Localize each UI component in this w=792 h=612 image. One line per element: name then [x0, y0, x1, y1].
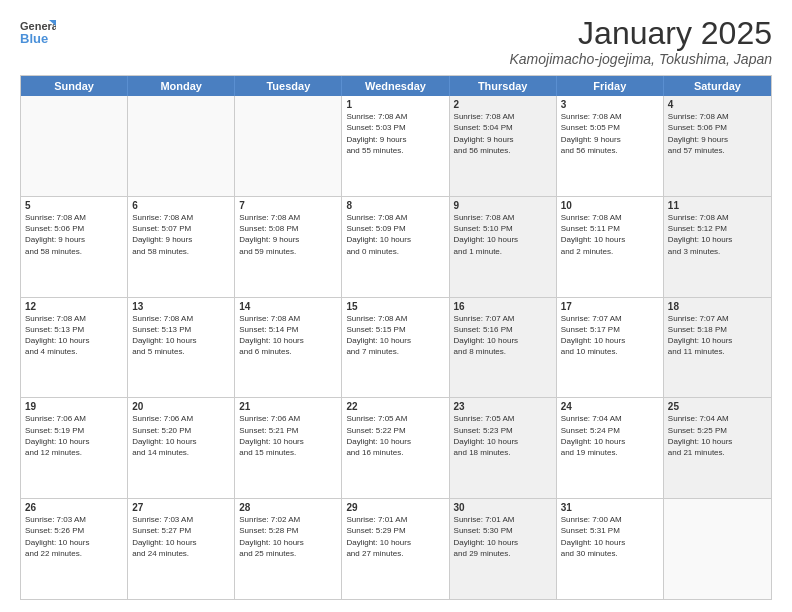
calendar-cell-5: 5Sunrise: 7:08 AM Sunset: 5:06 PM Daylig…	[21, 197, 128, 297]
calendar-cell-7: 7Sunrise: 7:08 AM Sunset: 5:08 PM Daylig…	[235, 197, 342, 297]
day-number: 1	[346, 99, 444, 110]
calendar-cell-empty	[664, 499, 771, 599]
day-number: 15	[346, 301, 444, 312]
calendar-cell-2: 2Sunrise: 7:08 AM Sunset: 5:04 PM Daylig…	[450, 96, 557, 196]
day-info: Sunrise: 7:08 AM Sunset: 5:12 PM Dayligh…	[668, 212, 767, 257]
day-info: Sunrise: 7:08 AM Sunset: 5:07 PM Dayligh…	[132, 212, 230, 257]
calendar-cell-1: 1Sunrise: 7:08 AM Sunset: 5:03 PM Daylig…	[342, 96, 449, 196]
calendar-cell-empty	[21, 96, 128, 196]
weekday-header-wednesday: Wednesday	[342, 76, 449, 96]
title-block: January 2025 Kamojimacho-jogejima, Tokus…	[510, 16, 773, 67]
calendar-cell-22: 22Sunrise: 7:05 AM Sunset: 5:22 PM Dayli…	[342, 398, 449, 498]
calendar-cell-13: 13Sunrise: 7:08 AM Sunset: 5:13 PM Dayli…	[128, 298, 235, 398]
day-number: 10	[561, 200, 659, 211]
day-number: 5	[25, 200, 123, 211]
day-info: Sunrise: 7:05 AM Sunset: 5:22 PM Dayligh…	[346, 413, 444, 458]
calendar-week-4: 19Sunrise: 7:06 AM Sunset: 5:19 PM Dayli…	[21, 398, 771, 499]
day-number: 28	[239, 502, 337, 513]
calendar-body: 1Sunrise: 7:08 AM Sunset: 5:03 PM Daylig…	[21, 96, 771, 599]
day-info: Sunrise: 7:06 AM Sunset: 5:19 PM Dayligh…	[25, 413, 123, 458]
day-info: Sunrise: 7:00 AM Sunset: 5:31 PM Dayligh…	[561, 514, 659, 559]
weekday-header-friday: Friday	[557, 76, 664, 96]
day-info: Sunrise: 7:08 AM Sunset: 5:14 PM Dayligh…	[239, 313, 337, 358]
calendar-cell-10: 10Sunrise: 7:08 AM Sunset: 5:11 PM Dayli…	[557, 197, 664, 297]
day-number: 12	[25, 301, 123, 312]
svg-text:Blue: Blue	[20, 31, 48, 46]
day-number: 11	[668, 200, 767, 211]
calendar-cell-24: 24Sunrise: 7:04 AM Sunset: 5:24 PM Dayli…	[557, 398, 664, 498]
day-info: Sunrise: 7:04 AM Sunset: 5:24 PM Dayligh…	[561, 413, 659, 458]
day-number: 9	[454, 200, 552, 211]
day-info: Sunrise: 7:08 AM Sunset: 5:09 PM Dayligh…	[346, 212, 444, 257]
calendar-cell-8: 8Sunrise: 7:08 AM Sunset: 5:09 PM Daylig…	[342, 197, 449, 297]
logo: General Blue	[20, 16, 56, 52]
calendar-week-1: 1Sunrise: 7:08 AM Sunset: 5:03 PM Daylig…	[21, 96, 771, 197]
day-number: 25	[668, 401, 767, 412]
day-info: Sunrise: 7:01 AM Sunset: 5:30 PM Dayligh…	[454, 514, 552, 559]
calendar-cell-25: 25Sunrise: 7:04 AM Sunset: 5:25 PM Dayli…	[664, 398, 771, 498]
day-info: Sunrise: 7:08 AM Sunset: 5:11 PM Dayligh…	[561, 212, 659, 257]
day-info: Sunrise: 7:07 AM Sunset: 5:16 PM Dayligh…	[454, 313, 552, 358]
day-number: 27	[132, 502, 230, 513]
day-number: 13	[132, 301, 230, 312]
calendar-cell-27: 27Sunrise: 7:03 AM Sunset: 5:27 PM Dayli…	[128, 499, 235, 599]
day-number: 20	[132, 401, 230, 412]
day-number: 6	[132, 200, 230, 211]
calendar-cell-18: 18Sunrise: 7:07 AM Sunset: 5:18 PM Dayli…	[664, 298, 771, 398]
day-info: Sunrise: 7:08 AM Sunset: 5:05 PM Dayligh…	[561, 111, 659, 156]
calendar-cell-4: 4Sunrise: 7:08 AM Sunset: 5:06 PM Daylig…	[664, 96, 771, 196]
day-number: 19	[25, 401, 123, 412]
day-number: 3	[561, 99, 659, 110]
calendar-cell-14: 14Sunrise: 7:08 AM Sunset: 5:14 PM Dayli…	[235, 298, 342, 398]
day-number: 31	[561, 502, 659, 513]
day-number: 30	[454, 502, 552, 513]
weekday-header-tuesday: Tuesday	[235, 76, 342, 96]
calendar-cell-15: 15Sunrise: 7:08 AM Sunset: 5:15 PM Dayli…	[342, 298, 449, 398]
calendar-week-5: 26Sunrise: 7:03 AM Sunset: 5:26 PM Dayli…	[21, 499, 771, 599]
day-number: 26	[25, 502, 123, 513]
calendar-cell-3: 3Sunrise: 7:08 AM Sunset: 5:05 PM Daylig…	[557, 96, 664, 196]
day-info: Sunrise: 7:06 AM Sunset: 5:20 PM Dayligh…	[132, 413, 230, 458]
day-info: Sunrise: 7:07 AM Sunset: 5:18 PM Dayligh…	[668, 313, 767, 358]
calendar-cell-20: 20Sunrise: 7:06 AM Sunset: 5:20 PM Dayli…	[128, 398, 235, 498]
day-info: Sunrise: 7:02 AM Sunset: 5:28 PM Dayligh…	[239, 514, 337, 559]
day-number: 17	[561, 301, 659, 312]
day-info: Sunrise: 7:08 AM Sunset: 5:13 PM Dayligh…	[132, 313, 230, 358]
calendar-header: SundayMondayTuesdayWednesdayThursdayFrid…	[21, 76, 771, 96]
calendar-cell-empty	[128, 96, 235, 196]
day-info: Sunrise: 7:08 AM Sunset: 5:13 PM Dayligh…	[25, 313, 123, 358]
calendar: SundayMondayTuesdayWednesdayThursdayFrid…	[20, 75, 772, 600]
day-number: 16	[454, 301, 552, 312]
day-info: Sunrise: 7:08 AM Sunset: 5:08 PM Dayligh…	[239, 212, 337, 257]
weekday-header-sunday: Sunday	[21, 76, 128, 96]
calendar-cell-17: 17Sunrise: 7:07 AM Sunset: 5:17 PM Dayli…	[557, 298, 664, 398]
day-number: 4	[668, 99, 767, 110]
calendar-cell-9: 9Sunrise: 7:08 AM Sunset: 5:10 PM Daylig…	[450, 197, 557, 297]
calendar-week-2: 5Sunrise: 7:08 AM Sunset: 5:06 PM Daylig…	[21, 197, 771, 298]
calendar-cell-26: 26Sunrise: 7:03 AM Sunset: 5:26 PM Dayli…	[21, 499, 128, 599]
calendar-title: January 2025	[510, 16, 773, 51]
calendar-cell-29: 29Sunrise: 7:01 AM Sunset: 5:29 PM Dayli…	[342, 499, 449, 599]
calendar-cell-16: 16Sunrise: 7:07 AM Sunset: 5:16 PM Dayli…	[450, 298, 557, 398]
day-info: Sunrise: 7:04 AM Sunset: 5:25 PM Dayligh…	[668, 413, 767, 458]
logo-graphic: General Blue	[20, 16, 56, 52]
day-info: Sunrise: 7:08 AM Sunset: 5:04 PM Dayligh…	[454, 111, 552, 156]
day-number: 29	[346, 502, 444, 513]
weekday-header-saturday: Saturday	[664, 76, 771, 96]
day-info: Sunrise: 7:08 AM Sunset: 5:10 PM Dayligh…	[454, 212, 552, 257]
calendar-cell-empty	[235, 96, 342, 196]
calendar-cell-23: 23Sunrise: 7:05 AM Sunset: 5:23 PM Dayli…	[450, 398, 557, 498]
calendar-cell-21: 21Sunrise: 7:06 AM Sunset: 5:21 PM Dayli…	[235, 398, 342, 498]
day-info: Sunrise: 7:08 AM Sunset: 5:03 PM Dayligh…	[346, 111, 444, 156]
calendar-cell-28: 28Sunrise: 7:02 AM Sunset: 5:28 PM Dayli…	[235, 499, 342, 599]
calendar-subtitle: Kamojimacho-jogejima, Tokushima, Japan	[510, 51, 773, 67]
header: General Blue January 2025 Kamojimacho-jo…	[20, 16, 772, 67]
day-number: 23	[454, 401, 552, 412]
calendar-week-3: 12Sunrise: 7:08 AM Sunset: 5:13 PM Dayli…	[21, 298, 771, 399]
day-number: 7	[239, 200, 337, 211]
day-info: Sunrise: 7:08 AM Sunset: 5:06 PM Dayligh…	[668, 111, 767, 156]
day-info: Sunrise: 7:07 AM Sunset: 5:17 PM Dayligh…	[561, 313, 659, 358]
day-number: 14	[239, 301, 337, 312]
day-number: 8	[346, 200, 444, 211]
day-number: 21	[239, 401, 337, 412]
